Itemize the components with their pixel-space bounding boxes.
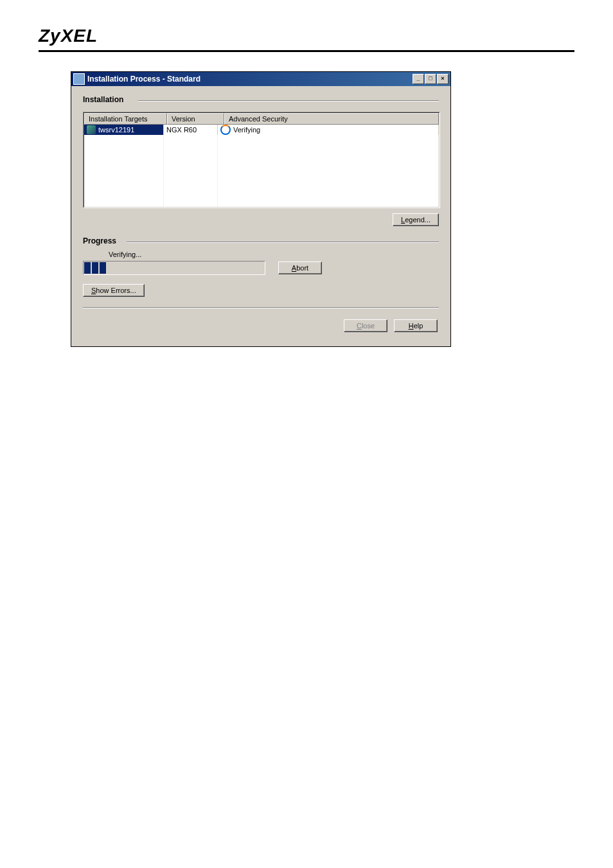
progress-group: Progress Verifying... Abort Show Errors.… xyxy=(83,236,439,297)
titlebar: Installation Process - Standard _ □ × xyxy=(71,72,450,86)
legend-button[interactable]: Legend... xyxy=(393,213,439,226)
table-row xyxy=(84,135,439,145)
window-content: Installation Installation Targets Versio… xyxy=(71,86,450,346)
progress-chunk xyxy=(100,262,106,274)
progress-title: Progress xyxy=(83,236,120,245)
progress-bar xyxy=(83,261,265,275)
column-advanced-security[interactable]: Advanced Security xyxy=(224,113,439,125)
node-icon xyxy=(87,125,96,134)
maximize-button[interactable]: □ xyxy=(425,74,436,84)
divider xyxy=(83,307,439,308)
verifying-icon xyxy=(220,125,231,135)
progress-chunk xyxy=(92,262,98,274)
cell-version: NGX R60 xyxy=(164,125,218,135)
column-version[interactable]: Version xyxy=(167,113,224,125)
installation-group-title: Installation xyxy=(83,95,127,104)
progress-label: Verifying... xyxy=(109,251,439,258)
titlebar-buttons: _ □ × xyxy=(412,74,449,84)
abort-button[interactable]: Abort xyxy=(278,261,322,274)
targets-table: Installation Targets Version Advanced Se… xyxy=(83,112,440,208)
group-divider xyxy=(127,242,439,242)
table-row xyxy=(84,176,439,186)
table-row xyxy=(84,197,439,207)
installation-window: Installation Process - Standard _ □ × In… xyxy=(71,71,451,347)
brand-logo: ZyXEL xyxy=(39,26,574,46)
installation-group: Installation Installation Targets Versio… xyxy=(83,95,439,297)
table-row xyxy=(84,145,439,155)
table-row xyxy=(84,186,439,197)
status-text: Verifying xyxy=(233,126,260,134)
group-divider xyxy=(138,100,439,101)
cell-target: twsrv12191 xyxy=(84,125,164,135)
target-name: twsrv12191 xyxy=(98,126,134,134)
cell-status: Verifying xyxy=(218,125,439,135)
table-body: twsrv12191 NGX R60 Verifying xyxy=(84,125,439,207)
bottom-button-row: Close Help xyxy=(83,319,439,332)
window-title: Installation Process - Standard xyxy=(87,75,412,84)
show-errors-button[interactable]: Show Errors... xyxy=(83,284,145,297)
close-button: Close xyxy=(344,319,387,332)
table-row[interactable]: twsrv12191 NGX R60 Verifying xyxy=(84,125,439,135)
progress-chunk xyxy=(84,262,91,274)
brand-underline xyxy=(39,50,574,52)
column-targets[interactable]: Installation Targets xyxy=(84,113,167,125)
window-icon xyxy=(73,73,85,85)
table-row xyxy=(84,155,439,166)
minimize-button[interactable]: _ xyxy=(413,74,424,84)
table-row xyxy=(84,166,439,176)
help-button[interactable]: Help xyxy=(394,319,438,332)
close-window-button[interactable]: × xyxy=(437,74,449,84)
table-header: Installation Targets Version Advanced Se… xyxy=(84,113,439,125)
